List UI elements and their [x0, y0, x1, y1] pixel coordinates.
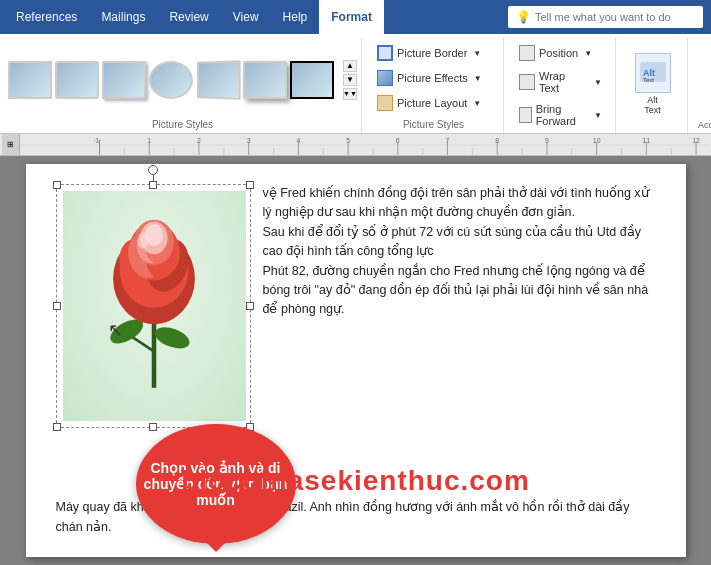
alt-text-icon: Alt Text — [635, 53, 671, 93]
picture-layout-icon — [377, 95, 393, 111]
handle-top-left[interactable] — [53, 181, 61, 189]
svg-text:7: 7 — [446, 136, 450, 143]
svg-text:6: 6 — [396, 136, 400, 143]
position-label: Position — [539, 47, 578, 59]
document-page: ↖ — [26, 164, 686, 557]
alt-icon-svg: Alt Text — [639, 59, 667, 87]
picture-effects-icon — [377, 70, 393, 86]
styles-scroll-down[interactable]: ▼ — [343, 74, 357, 86]
picture-layout-button[interactable]: Picture Layout ▼ — [370, 92, 497, 114]
picture-border-button[interactable]: Picture Border ▼ — [370, 42, 497, 64]
svg-text:11: 11 — [642, 136, 650, 143]
rose-svg — [84, 206, 224, 406]
ruler-corner[interactable]: ⊞ — [2, 134, 20, 156]
wrap-text-icon — [519, 74, 535, 90]
handle-mid-left[interactable] — [53, 302, 61, 310]
dropdown-arrow-bring: ▼ — [594, 111, 602, 120]
cursor-arrow: ↖ — [108, 319, 123, 341]
image-container[interactable] — [56, 184, 251, 428]
watermark: blocghiasekienthuc.com — [181, 465, 530, 497]
tab-review[interactable]: Review — [157, 0, 220, 34]
picture-border-label: Picture Border — [397, 47, 467, 59]
alt-text-button[interactable]: Alt Text AltText — [635, 38, 671, 130]
svg-text:·1·: ·1· — [94, 136, 102, 143]
tab-format[interactable]: Format — [319, 0, 384, 34]
handle-top-right[interactable] — [246, 181, 254, 189]
dropdown-arrow-border: ▼ — [473, 49, 481, 58]
handle-bottom-mid[interactable] — [149, 423, 157, 431]
picture-styles-group: ▲ ▼ ▼▼ Picture Styles — [4, 38, 362, 133]
tab-references[interactable]: References — [4, 0, 89, 34]
svg-text:2: 2 — [197, 136, 201, 143]
picture-format-group-label: Picture Styles — [370, 119, 497, 133]
pic-style-7[interactable] — [290, 61, 334, 99]
picture-layout-label: Picture Layout — [397, 97, 467, 109]
pic-style-5[interactable] — [197, 60, 241, 100]
ribbon-search-box[interactable]: 💡 — [508, 6, 703, 28]
pic-style-3[interactable] — [102, 61, 146, 99]
handle-bottom-left[interactable] — [53, 423, 61, 431]
pic-style-4[interactable] — [149, 61, 193, 99]
ruler-svg: ·1· 1 2 3 4 5 6 7 8 9 10 11 12 — [20, 134, 709, 156]
ruler: ⊞ ·1· 1 2 3 4 5 6 7 8 9 10 11 12 — [0, 134, 711, 156]
svg-text:5: 5 — [346, 136, 350, 143]
tab-view[interactable]: View — [221, 0, 271, 34]
arrange-group: Position ▼ Wrap Text ▼ Bring Forward ▼ — [506, 38, 616, 133]
lightbulb-icon: 💡 — [516, 10, 531, 24]
svg-text:1: 1 — [147, 136, 151, 143]
wrap-text-label: Wrap Text — [539, 70, 588, 94]
svg-text:10: 10 — [593, 136, 601, 143]
styles-scroll-up[interactable]: ▲ — [343, 60, 357, 72]
alt-text-group: Alt Text AltText — [618, 38, 688, 133]
svg-text:8: 8 — [495, 136, 499, 143]
handle-rotate[interactable] — [148, 165, 158, 175]
image-selection-box — [56, 184, 251, 428]
handle-top-mid[interactable] — [149, 181, 157, 189]
ribbon: References Mailings Review View Help For… — [0, 0, 711, 134]
rose-image — [63, 191, 246, 421]
bring-forward-label: Bring Forward — [536, 103, 588, 127]
dropdown-arrow-wrap: ▼ — [594, 78, 602, 87]
arrange-buttons: Position ▼ Wrap Text ▼ Bring Forward ▼ — [512, 38, 609, 132]
dropdown-arrow-effects: ▼ — [474, 74, 482, 83]
svg-text:Text: Text — [643, 77, 654, 83]
alt-text-label: AltText — [644, 95, 661, 115]
ribbon-tab-bar: References Mailings Review View Help For… — [0, 0, 711, 34]
svg-text:3: 3 — [247, 136, 251, 143]
picture-styles-label: Picture Styles — [8, 119, 357, 133]
search-input[interactable] — [535, 11, 695, 23]
tab-help[interactable]: Help — [271, 0, 320, 34]
tab-mailings[interactable]: Mailings — [89, 0, 157, 34]
picture-effects-button[interactable]: Picture Effects ▼ — [370, 67, 497, 89]
accessibility-label: Accessibility — [698, 120, 711, 133]
svg-text:12: 12 — [692, 136, 700, 143]
picture-styles-thumbnails: ▲ ▼ ▼▼ — [8, 38, 357, 119]
dropdown-arrow-pos: ▼ — [584, 49, 592, 58]
pic-style-6[interactable] — [243, 61, 287, 99]
picture-border-icon — [377, 45, 393, 61]
styles-more[interactable]: ▼▼ — [343, 88, 357, 100]
position-icon — [519, 45, 535, 61]
svg-point-46 — [152, 323, 192, 353]
ribbon-body: ▲ ▼ ▼▼ Picture Styles Picture Border ▼ P… — [0, 34, 711, 134]
bottom-text-area — [56, 436, 656, 444]
dropdown-arrow-layout: ▼ — [473, 99, 481, 108]
wrap-text-button[interactable]: Wrap Text ▼ — [512, 67, 609, 97]
picture-effects-label: Picture Effects — [397, 72, 468, 84]
pic-style-2[interactable] — [55, 61, 99, 99]
svg-point-59 — [138, 232, 149, 248]
document-area: ↖ — [0, 156, 711, 565]
bring-forward-icon — [519, 107, 532, 123]
format-buttons: Picture Border ▼ Picture Effects ▼ Pictu… — [370, 38, 497, 119]
pic-style-1[interactable] — [8, 61, 52, 99]
picture-format-group: Picture Border ▼ Picture Effects ▼ Pictu… — [364, 38, 504, 133]
bring-forward-button[interactable]: Bring Forward ▼ — [512, 100, 609, 130]
svg-text:4: 4 — [296, 136, 300, 143]
position-button[interactable]: Position ▼ — [512, 42, 609, 64]
accessibility-group: Accessibility — [690, 38, 711, 133]
svg-text:9: 9 — [545, 136, 549, 143]
handle-mid-right[interactable] — [246, 302, 254, 310]
